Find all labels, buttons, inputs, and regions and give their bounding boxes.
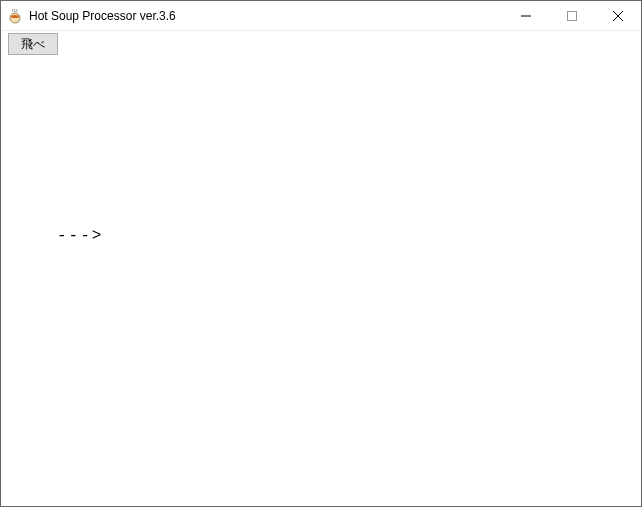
window-controls	[503, 1, 641, 30]
app-icon	[7, 8, 23, 24]
client-area: 飛べ --->	[1, 31, 641, 506]
minimize-button[interactable]	[503, 1, 549, 30]
window-title: Hot Soup Processor ver.3.6	[29, 9, 503, 23]
arrow-output-text: --->	[57, 227, 103, 245]
svg-point-1	[11, 15, 19, 18]
svg-rect-3	[568, 11, 577, 20]
maximize-button[interactable]	[549, 1, 595, 30]
application-window: Hot Soup Processor ver.3.6 飛べ --->	[0, 0, 642, 507]
titlebar: Hot Soup Processor ver.3.6	[1, 1, 641, 31]
fly-button[interactable]: 飛べ	[8, 33, 58, 55]
close-button[interactable]	[595, 1, 641, 30]
